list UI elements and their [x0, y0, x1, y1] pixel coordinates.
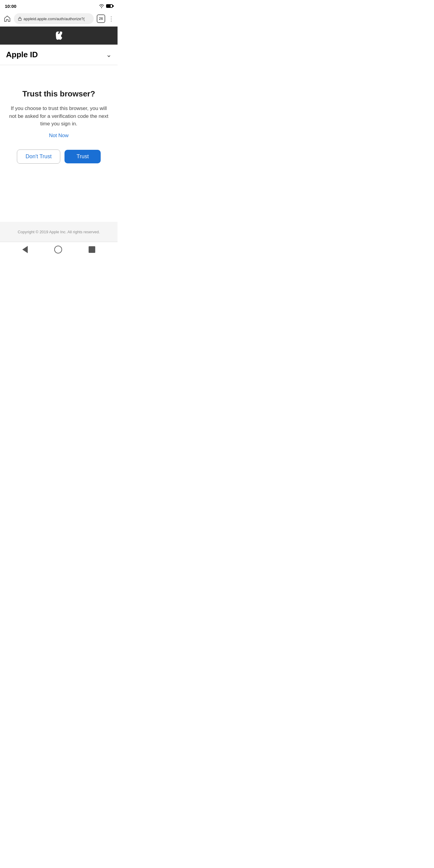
- trust-heading: Trust this browser?: [22, 89, 95, 98]
- status-icons: [99, 4, 113, 8]
- bottom-nav: [0, 242, 118, 258]
- home-button[interactable]: [54, 246, 62, 253]
- tab-count[interactable]: 26: [97, 14, 105, 23]
- status-bar: 10:00: [0, 0, 118, 11]
- footer: Copyright © 2019 Apple Inc. All rights r…: [0, 222, 118, 242]
- chevron-down-icon[interactable]: ⌄: [106, 51, 112, 59]
- apple-logo-icon: [55, 31, 62, 40]
- buttons-row: Don't Trust Trust: [17, 150, 101, 164]
- more-menu-icon[interactable]: ⋮: [108, 15, 114, 22]
- dont-trust-button[interactable]: Don't Trust: [17, 150, 60, 164]
- trust-button[interactable]: Trust: [64, 150, 101, 163]
- address-text: appleid.apple.com/auth/authorize?(: [24, 17, 85, 21]
- home-icon[interactable]: [4, 15, 11, 22]
- wifi-icon: [99, 4, 104, 8]
- stop-button[interactable]: [89, 246, 95, 253]
- apple-header: [0, 27, 118, 44]
- main-content: Trust this browser? If you choose to tru…: [0, 65, 118, 222]
- browser-chrome: appleid.apple.com/auth/authorize?( 26 ⋮: [0, 11, 118, 27]
- apple-id-bar: Apple ID ⌄: [0, 44, 118, 65]
- svg-rect-0: [19, 19, 22, 21]
- lock-icon: [18, 17, 22, 21]
- battery-icon: [106, 4, 113, 8]
- status-time: 10:00: [5, 4, 16, 9]
- apple-id-title: Apple ID: [6, 50, 38, 59]
- back-button[interactable]: [22, 246, 28, 253]
- address-bar[interactable]: appleid.apple.com/auth/authorize?(: [14, 13, 94, 24]
- copyright-text: Copyright © 2019 Apple Inc. All rights r…: [18, 230, 100, 234]
- trust-description: If you choose to trust this browser, you…: [9, 104, 108, 128]
- not-now-link[interactable]: Not Now: [49, 133, 68, 138]
